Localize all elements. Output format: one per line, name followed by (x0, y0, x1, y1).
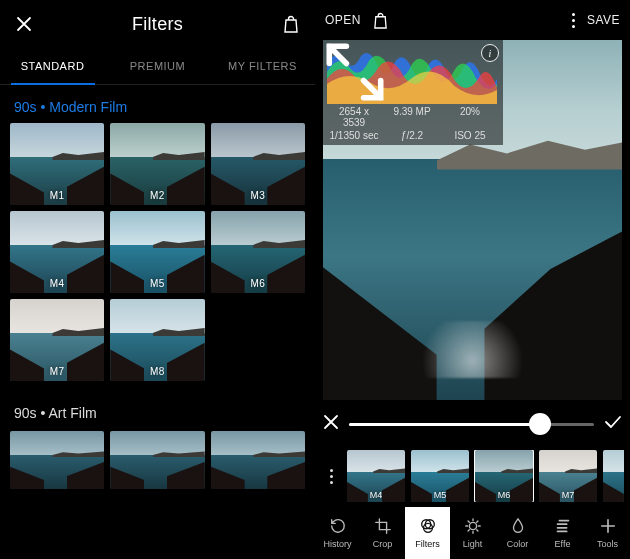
intensity-slider[interactable] (349, 423, 594, 426)
tab-premium[interactable]: PREMIUM (105, 48, 210, 84)
filter-grid-modern: M1M2M3M4M5M6M7M8 (0, 123, 315, 381)
tool-tools[interactable]: Tools (585, 507, 630, 559)
bottom-toolbar: History Crop Filters Light Color Effe To… (315, 507, 630, 559)
crop-icon (374, 517, 392, 537)
image-canvas[interactable]: i 2654 x 3539 9.39 MP 20% 1/1350 sec ƒ/2… (323, 40, 622, 400)
exif-aperture: ƒ/2.2 (385, 130, 439, 141)
tool-light[interactable]: Light (450, 507, 495, 559)
tool-crop[interactable]: Crop (360, 507, 405, 559)
tab-myfilters[interactable]: MY FILTERS (210, 48, 315, 84)
filter-grid-art (0, 431, 315, 489)
light-icon (464, 517, 482, 537)
exif-dims: 2654 x 3539 (327, 106, 381, 128)
filter-thumb-M2[interactable]: M2 (110, 123, 204, 205)
histogram-overlay[interactable]: i 2654 x 3539 9.39 MP 20% 1/1350 sec ƒ/2… (323, 40, 503, 145)
exif-iso: ISO 25 (443, 130, 497, 141)
filter-thumb-M3[interactable]: M3 (211, 123, 305, 205)
apply-filter-icon[interactable] (604, 415, 622, 433)
filters-panel: Filters STANDARD PREMIUM MY FILTERS 90s … (0, 0, 315, 559)
filter-thumb-M6[interactable]: M6 (211, 211, 305, 293)
tool-history[interactable]: History (315, 507, 360, 559)
slider-knob[interactable] (529, 413, 551, 435)
more-filters-icon[interactable] (321, 469, 341, 484)
tool-color[interactable]: Color (495, 507, 540, 559)
section-modern-film[interactable]: 90s • Modern Film (0, 85, 315, 123)
info-icon[interactable]: i (481, 44, 499, 62)
filter-thumb-M4[interactable]: M4 (10, 211, 104, 293)
strip-thumb-M7[interactable]: M7 (539, 450, 597, 502)
filter-thumb-M7[interactable]: M7 (10, 299, 104, 381)
exif-mp: 9.39 MP (385, 106, 439, 128)
filter-thumb-M5[interactable]: M5 (110, 211, 204, 293)
history-icon (329, 517, 347, 537)
tools-icon (599, 517, 617, 537)
filter-thumb-art-2[interactable] (211, 431, 305, 489)
editor-panel: OPEN SAVE i (315, 0, 630, 559)
effects-icon (554, 517, 572, 537)
menu-icon[interactable] (572, 13, 575, 28)
strip-thumb-M6[interactable]: M6 (475, 450, 533, 502)
filters-icon (419, 517, 437, 537)
cancel-filter-icon[interactable] (323, 414, 339, 434)
strip-thumb-M8[interactable]: M8 (603, 450, 624, 502)
section-art-film[interactable]: 90s • Art Film (0, 391, 315, 429)
tool-filters[interactable]: Filters (405, 507, 450, 559)
strip-thumb-M4[interactable]: M4 (347, 450, 405, 502)
filter-thumb-M8[interactable]: M8 (110, 299, 204, 381)
tool-effects[interactable]: Effe (540, 507, 585, 559)
svg-point-3 (469, 522, 476, 529)
expand-icon[interactable] (325, 42, 385, 102)
strip-thumb-M5[interactable]: M5 (411, 450, 469, 502)
filter-strip: M4M5M6M7M8 (315, 445, 630, 507)
shop-icon[interactable] (281, 15, 301, 33)
filter-thumb-art-0[interactable] (10, 431, 104, 489)
save-button[interactable]: SAVE (587, 13, 620, 27)
tab-standard[interactable]: STANDARD (0, 48, 105, 84)
filter-tabs: STANDARD PREMIUM MY FILTERS (0, 48, 315, 85)
exif-zoom: 20% (443, 106, 497, 128)
panel-title: Filters (34, 14, 281, 35)
filter-thumb-art-1[interactable] (110, 431, 204, 489)
close-icon[interactable] (14, 16, 34, 32)
filter-thumb-M1[interactable]: M1 (10, 123, 104, 205)
exif-shutter: 1/1350 sec (327, 130, 381, 141)
color-icon (509, 517, 527, 537)
open-button[interactable]: OPEN (325, 13, 361, 27)
shop-icon[interactable] (373, 12, 388, 29)
